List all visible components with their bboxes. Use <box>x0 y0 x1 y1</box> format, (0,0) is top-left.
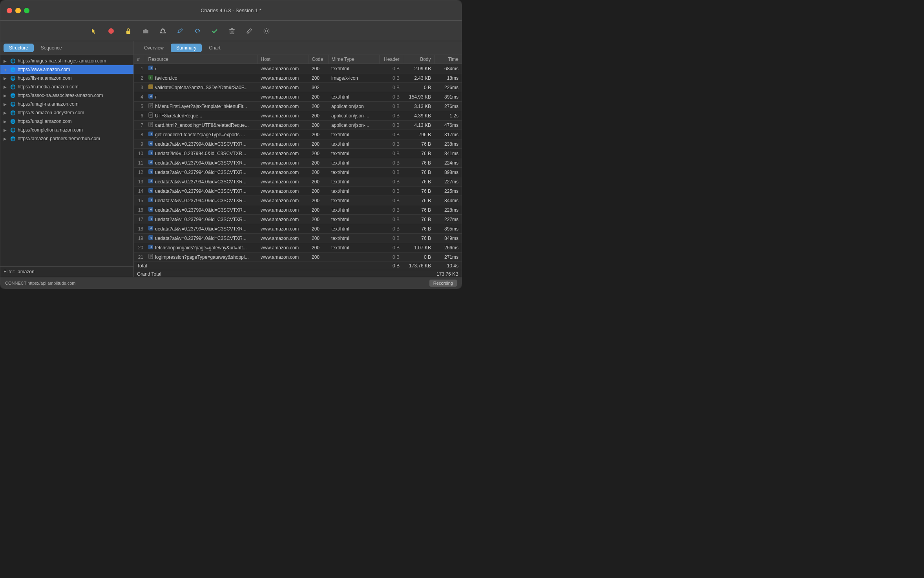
globe-icon: 🌐 <box>10 135 16 142</box>
table-row[interactable]: 12 H uedata?at&v=0.237994.0&id=C3SCVTXR.… <box>134 168 462 177</box>
close-button[interactable] <box>7 8 12 13</box>
sidebar-item-6[interactable]: ▶ 🌐 https://s.amazon-adsystem.com <box>0 108 133 117</box>
table-row[interactable]: 9 H uedata?at&v=0.237994.0&id=C3SCVTXR..… <box>134 139 462 149</box>
table-row[interactable]: 1 H / www.amazon.com 200 text/html 0 B 2… <box>134 64 462 73</box>
row-num: 21 <box>134 252 145 262</box>
throttle-button[interactable] <box>139 24 153 38</box>
filter-input[interactable] <box>18 269 130 274</box>
row-num: 11 <box>134 158 145 168</box>
table-row[interactable]: 16 H uedata?at&v=0.237994.0&id=C3SCVTXR.… <box>134 205 462 215</box>
row-resource: I favicon.ico <box>145 73 257 83</box>
row-time: 895ms <box>434 224 462 234</box>
svg-text:H: H <box>150 67 152 70</box>
sidebar-item-7[interactable]: ▶ 🌐 https://unagi.amazon.com <box>0 117 133 126</box>
table-row[interactable]: 13 H uedata?at&v=0.237994.0&id=C3SCVTXR.… <box>134 177 462 187</box>
table-row[interactable]: 5 hMenuFirstLayer?ajaxTemplate=hMenuFir.… <box>134 102 462 111</box>
row-code: 200 <box>309 177 328 187</box>
globe-icon: 🌐 <box>10 66 16 73</box>
table-row[interactable]: 11 H uedata?at&v=0.237994.0&id=C3SCVTXR.… <box>134 158 462 168</box>
table-row[interactable]: 2 I favicon.ico www.amazon.com 200 image… <box>134 73 462 83</box>
sidebar-item-5[interactable]: ▶ 🌐 https://unagi-na.amazon.com <box>0 100 133 108</box>
row-resource: logimpression?pageType=gateway&shoppi... <box>145 252 257 262</box>
row-code: 200 <box>309 139 328 149</box>
svg-text:H: H <box>150 142 152 145</box>
svg-rect-2 <box>143 30 145 33</box>
row-mime: text/html <box>328 177 379 187</box>
table-row[interactable]: 3 → validateCaptcha?amzn=S3De2Dtm9rSa0F.… <box>134 83 462 92</box>
chevron-down-icon: ▼ <box>4 68 8 72</box>
resource-icon: H <box>148 150 153 157</box>
globe-icon: 🌐 <box>10 92 16 99</box>
row-time: 317ms <box>434 130 462 139</box>
table-row[interactable]: 14 H uedata?at&v=0.237994.0&id=C3SCVTXR.… <box>134 187 462 196</box>
trash-button[interactable] <box>225 24 239 38</box>
table-row[interactable]: 17 H uedata?at&v=0.237994.0&id=C3SCVTXR.… <box>134 215 462 224</box>
sidebar-item-0[interactable]: ▶ 🌐 https://images-na.ssl-images-amazon.… <box>0 57 133 65</box>
row-num: 3 <box>134 83 145 92</box>
resource-name: UTF8&relatedReque... <box>155 113 202 119</box>
svg-text:I: I <box>150 76 151 79</box>
resource-name: validateCaptcha?amzn=S3De2Dtm9rSa0F... <box>155 85 248 90</box>
tab-structure[interactable]: Structure <box>4 44 34 52</box>
table-row[interactable]: 6 UTF8&relatedReque... www.amazon.com 20… <box>134 111 462 121</box>
ssl-button[interactable] <box>121 24 135 38</box>
record-button[interactable] <box>104 24 118 38</box>
row-host: www.amazon.com <box>257 111 309 121</box>
pointer-button[interactable] <box>87 24 101 38</box>
row-time: 891ms <box>434 92 462 102</box>
table-row[interactable]: 20 H fetchshoppingaids?page=gateway&url=… <box>134 243 462 252</box>
row-code: 200 <box>309 187 328 196</box>
sidebar-item-2[interactable]: ▶ 🌐 https://fls-na.amazon.com <box>0 74 133 82</box>
settings-button[interactable] <box>259 24 274 38</box>
globe-icon: 🌐 <box>10 101 16 107</box>
row-body: 76 B <box>403 215 434 224</box>
chevron-right-icon: ▶ <box>4 111 8 115</box>
resource-name: uedata?at&v=0.237994.0&id=C3SCVTXR... <box>155 170 247 175</box>
row-time: 276ms <box>434 102 462 111</box>
validate-button[interactable] <box>208 24 222 38</box>
row-header: 0 B <box>379 121 403 130</box>
table-row[interactable]: 19 H uedata?at&v=0.237994.0&id=C3SCVTXR.… <box>134 234 462 243</box>
col-body: Body <box>403 55 434 64</box>
row-header: 0 B <box>379 92 403 102</box>
tab-summary[interactable]: Summary <box>171 44 202 52</box>
tab-chart[interactable]: Chart <box>203 44 226 52</box>
resource-name: uedata?at&v=0.237994.0&id=C3SCVTXR... <box>155 141 247 147</box>
sidebar-item-1[interactable]: ▼ 🌐 https://www.amazon.com <box>0 65 133 74</box>
svg-text:H: H <box>150 152 152 154</box>
table-row[interactable]: 8 H get-rendered-toaster?pageType=export… <box>134 130 462 139</box>
resource-name: card.html?_encoding=UTF8&relatedReque... <box>155 123 248 128</box>
minimize-button[interactable] <box>15 8 21 13</box>
tools-button[interactable] <box>242 24 256 38</box>
row-body: 76 B <box>403 177 434 187</box>
table-row[interactable]: 7 card.html?_encoding=UTF8&relatedReque.… <box>134 121 462 130</box>
sidebar-item-9[interactable]: ▶ 🌐 https://amazon.partners.tremorhub.co… <box>0 134 133 143</box>
table-row[interactable]: 21 logimpression?pageType=gateway&shoppi… <box>134 252 462 262</box>
table-row[interactable]: 18 H uedata?at&v=0.237994.0&id=C3SCVTXR.… <box>134 224 462 234</box>
row-num: 2 <box>134 73 145 83</box>
row-code: 200 <box>309 243 328 252</box>
compose-button[interactable] <box>173 24 187 38</box>
svg-text:H: H <box>150 208 152 211</box>
table-row[interactable]: 10 H uedata?ld&v=0.237994.0&id=C3SCVTXR.… <box>134 149 462 158</box>
row-mime: text/html <box>328 215 379 224</box>
tab-overview[interactable]: Overview <box>139 44 169 52</box>
sidebar-item-3[interactable]: ▶ 🌐 https://m.media-amazon.com <box>0 82 133 91</box>
resource-name: uedata?at&v=0.237994.0&id=C3SCVTXR... <box>155 236 247 241</box>
table-row[interactable]: 4 H / www.amazon.com 200 text/html 0 B 1… <box>134 92 462 102</box>
row-body: 76 B <box>403 168 434 177</box>
row-time: 271ms <box>434 252 462 262</box>
resource-icon <box>148 254 153 260</box>
resource-icon: H <box>148 188 153 194</box>
table-row[interactable]: 15 H uedata?at&v=0.237994.0&id=C3SCVTXR.… <box>134 196 462 205</box>
row-body: 76 B <box>403 149 434 158</box>
row-body: 76 B <box>403 139 434 149</box>
maximize-button[interactable] <box>24 8 29 13</box>
sidebar-item-4[interactable]: ▶ 🌐 https://assoc-na.associates-amazon.c… <box>0 91 133 100</box>
globe-icon: 🌐 <box>10 84 16 90</box>
sidebar-item-8[interactable]: ▶ 🌐 https://completion.amazon.com <box>0 126 133 134</box>
tab-sequence[interactable]: Sequence <box>35 44 68 52</box>
repeat-button[interactable] <box>190 24 205 38</box>
breakpoint-button[interactable] <box>156 24 170 38</box>
row-mime: application/json-... <box>328 121 379 130</box>
